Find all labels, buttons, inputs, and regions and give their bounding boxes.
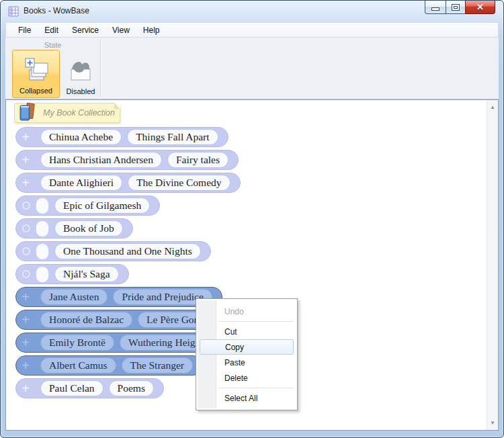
expand-plus-icon[interactable]: + [16, 311, 35, 328]
title-pill[interactable]: Njál's Saga [54, 266, 119, 282]
expand-plus-icon[interactable]: + [16, 357, 35, 374]
expand-plus-icon[interactable]: + [16, 380, 35, 397]
window-title: Books - WowBase [24, 6, 89, 15]
menu-item-delete[interactable]: Delete [198, 370, 296, 386]
book-row-selected[interactable]: + Albert Camus The Stranger [15, 355, 203, 376]
author-pill[interactable]: Albert Camus [40, 357, 116, 374]
empty-author-pill[interactable] [36, 198, 49, 214]
book-row[interactable]: + Chinua Achebe Things Fall Apart [15, 127, 228, 147]
scroll-down-icon[interactable]: ▼ [487, 417, 498, 429]
window-controls: ✕ [425, 1, 495, 14]
book-row-selected[interactable]: + Emily Brontë Wuthering Heights [15, 333, 226, 353]
title-pill[interactable]: Epic of Gilgamesh [54, 198, 150, 214]
menu-item-view[interactable]: View [106, 24, 136, 37]
book-row[interactable]: One Thousand and One Nights [15, 241, 211, 261]
disabled-button-label: Disabled [67, 87, 95, 95]
disabled-toggle-button[interactable]: Disabled [62, 50, 99, 98]
book-row[interactable]: Book of Job [15, 218, 133, 238]
context-menu: Undo Cut Copy Paste Delete Select All [196, 298, 298, 410]
book-row[interactable]: + Paul Celan Poems [15, 378, 164, 398]
book-row-selected[interactable]: + Jane Austen Pride and Prejudice [15, 287, 222, 307]
expand-plus-icon[interactable]: + [16, 128, 35, 146]
menu-item-file[interactable]: File [11, 24, 38, 37]
title-pill[interactable]: One Thousand and One Nights [54, 243, 201, 259]
ribbon-toolbar: State Collapsed Disabled [5, 38, 499, 99]
menu-item-select-all[interactable]: Select All [198, 390, 296, 406]
author-pill[interactable]: Chinua Achebe [40, 129, 122, 145]
author-pill[interactable]: Hans Christian Andersen [40, 152, 162, 168]
close-button[interactable]: ✕ [465, 1, 495, 14]
book-row[interactable]: Njál's Saga [15, 264, 129, 284]
title-pill[interactable]: The Stranger [122, 357, 193, 374]
book-row[interactable]: + Hans Christian Andersen Fairy tales [15, 150, 239, 170]
collapsed-button-label: Collapsed [19, 87, 52, 95]
leaf-circle-icon [22, 247, 30, 255]
empty-author-pill[interactable] [36, 243, 49, 260]
leaf-circle-icon [22, 202, 30, 210]
author-pill[interactable]: Jane Austen [40, 289, 108, 305]
title-pill[interactable]: Book of Job [54, 220, 123, 236]
menu-item-service[interactable]: Service [65, 24, 106, 37]
menu-item-edit[interactable]: Edit [38, 24, 65, 37]
app-grid-icon [8, 6, 19, 17]
title-pill[interactable]: The Divine Comedy [128, 175, 230, 191]
leaf-circle-icon [22, 224, 30, 232]
collapsed-toggle-button[interactable]: Collapsed [12, 50, 60, 98]
author-pill[interactable]: Paul Celan [40, 380, 103, 396]
author-pill[interactable]: Honoré de Balzac [40, 312, 132, 328]
collapsed-cards-plus-icon [24, 56, 49, 85]
collection-header-label: My Book Collection [43, 108, 115, 118]
menu-separator [218, 388, 294, 388]
menu-item-help[interactable]: Help [136, 24, 167, 37]
empty-author-pill[interactable] [36, 266, 49, 283]
collection-header[interactable]: My Book Collection [14, 103, 120, 123]
title-pill[interactable]: Things Fall Apart [127, 129, 218, 145]
expand-plus-icon[interactable]: + [16, 174, 35, 191]
minimize-button[interactable] [425, 1, 446, 14]
leaf-circle-icon [22, 270, 30, 278]
maximize-icon [452, 4, 460, 11]
books-icon [17, 101, 38, 123]
menu-item-copy[interactable]: Copy [200, 339, 294, 355]
menu-item-cut[interactable]: Cut [198, 324, 296, 339]
ribbon-group-label: State [5, 41, 100, 49]
book-row[interactable]: + Dante Alighieri The Divine Comedy [15, 173, 241, 193]
title-pill[interactable]: Poems [109, 380, 154, 396]
vertical-scrollbar[interactable]: ▲ ▼ [487, 100, 498, 430]
menu-separator [218, 321, 294, 322]
expand-plus-icon[interactable]: + [16, 334, 35, 351]
author-pill[interactable]: Dante Alighieri [40, 175, 122, 191]
title-bar[interactable]: Books - WowBase ✕ [1, 1, 503, 22]
scroll-up-icon[interactable]: ▲ [487, 101, 498, 113]
title-pill[interactable]: Fairy tales [167, 152, 228, 168]
author-pill[interactable]: Emily Brontë [40, 335, 114, 351]
minimize-icon [431, 7, 439, 11]
expand-plus-icon[interactable]: + [16, 288, 35, 306]
app-window: Books - WowBase ✕ File Edit Service View… [0, 0, 504, 438]
empty-author-pill[interactable] [36, 220, 49, 237]
expand-plus-icon[interactable]: + [16, 151, 35, 169]
menu-item-undo[interactable]: Undo [198, 304, 296, 319]
book-row[interactable]: Epic of Gilgamesh [15, 195, 160, 216]
menu-bar: File Edit Service View Help [5, 22, 499, 38]
menu-item-paste[interactable]: Paste [198, 355, 296, 370]
close-icon: ✕ [476, 1, 484, 13]
maximize-button[interactable] [446, 1, 466, 14]
ribbon-group-divider [100, 40, 101, 97]
disabled-gray-card-icon [68, 57, 93, 85]
